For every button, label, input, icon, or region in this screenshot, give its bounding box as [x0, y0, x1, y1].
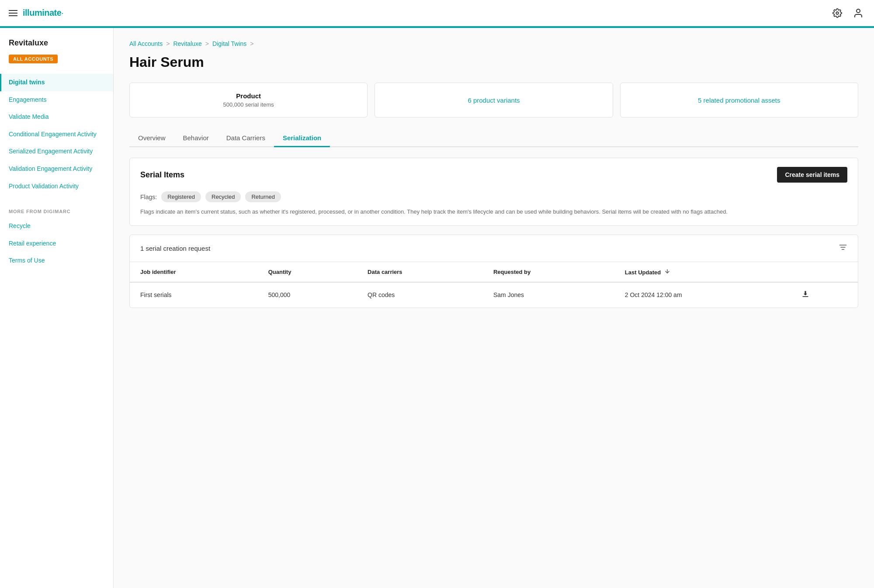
breadcrumb-revitaluxe[interactable]: Revitaluxe	[173, 40, 201, 47]
card-product-title: Product	[236, 92, 261, 100]
sidebar-item-product-validation[interactable]: Product Validation Activity	[0, 178, 113, 195]
serial-table: Job identifier Quantity Data carriers Re…	[130, 262, 858, 308]
flag-registered: Registered	[161, 191, 201, 202]
flags-label: Flags:	[140, 194, 157, 201]
card-product[interactable]: Product 500,000 serial items	[129, 83, 368, 118]
serial-items-header: Serial Items Create serial items	[130, 158, 858, 191]
sidebar-item-recycle[interactable]: Recycle	[0, 218, 113, 235]
tab-serialization[interactable]: Serialization	[274, 130, 330, 147]
sort-icon	[664, 268, 670, 276]
sidebar-item-validate-media[interactable]: Validate Media	[0, 108, 113, 126]
topnav: illuminate·	[0, 0, 874, 26]
breadcrumb-all-accounts[interactable]: All Accounts	[129, 40, 163, 47]
svg-rect-6	[803, 296, 808, 297]
col-requested-by: Requested by	[483, 262, 614, 282]
sidebar-item-serialized-engagement[interactable]: Serialized Engagement Activity	[0, 143, 113, 160]
table-header-title: 1 serial creation request	[140, 245, 210, 252]
flags-area: Flags: Registered Recycled Returned Flag…	[130, 191, 858, 225]
breadcrumb-sep-2: >	[205, 40, 209, 47]
cards-row: Product 500,000 serial items 6 product v…	[129, 83, 858, 118]
card-promo-link: 5 related promotional assets	[698, 97, 780, 104]
tab-behavior[interactable]: Behavior	[174, 130, 218, 147]
cell-last-updated: 2 Oct 2024 12:00 am	[614, 282, 791, 308]
card-promo[interactable]: 5 related promotional assets	[620, 83, 858, 118]
hamburger-menu[interactable]	[9, 10, 17, 16]
flags-row: Flags: Registered Recycled Returned	[140, 191, 847, 202]
breadcrumb-sep-1: >	[166, 40, 170, 47]
sidebar: Revitaluxe ALL ACCOUNTS Digital twins En…	[0, 28, 114, 588]
cell-quantity: 500,000	[258, 282, 357, 308]
col-data-carriers: Data carriers	[357, 262, 483, 282]
cell-data-carriers: QR codes	[357, 282, 483, 308]
table-header-row: 1 serial creation request	[130, 235, 858, 262]
flag-returned: Returned	[245, 191, 281, 202]
tabs: Overview Behavior Data Carriers Serializ…	[129, 130, 858, 147]
download-button[interactable]	[801, 290, 810, 301]
main-content: All Accounts > Revitaluxe > Digital Twin…	[114, 28, 874, 588]
table-row: First serials 500,000 QR codes Sam Jones…	[130, 282, 858, 308]
svg-point-1	[857, 9, 860, 13]
logo: illuminate·	[23, 8, 63, 18]
profile-icon[interactable]	[851, 6, 865, 20]
col-last-updated[interactable]: Last Updated	[614, 262, 791, 282]
cell-job-identifier: First serials	[130, 282, 258, 308]
cell-requested-by: Sam Jones	[483, 282, 614, 308]
create-serial-items-button[interactable]: Create serial items	[777, 167, 847, 183]
sidebar-nav: Digital twins Engagements Validate Media…	[0, 74, 113, 270]
sidebar-item-validation-engagement[interactable]: Validation Engagement Activity	[0, 160, 113, 178]
layout: Revitaluxe ALL ACCOUNTS Digital twins En…	[0, 28, 874, 588]
sidebar-item-conditional-engagement[interactable]: Conditional Engagement Activity	[0, 126, 113, 143]
breadcrumb-digital-twins[interactable]: Digital Twins	[212, 40, 246, 47]
breadcrumb-sep-3: >	[250, 40, 253, 47]
flag-recycled: Recycled	[205, 191, 241, 202]
topnav-right	[830, 6, 865, 20]
col-quantity: Quantity	[258, 262, 357, 282]
col-job-identifier: Job identifier	[130, 262, 258, 282]
more-from-label: MORE FROM DIGIMARC	[0, 209, 113, 218]
sidebar-item-terms-of-use[interactable]: Terms of Use	[0, 252, 113, 270]
topnav-left: illuminate·	[9, 8, 63, 18]
card-product-sub: 500,000 serial items	[223, 101, 274, 108]
filter-icon[interactable]	[839, 243, 847, 254]
tab-data-carriers[interactable]: Data Carriers	[218, 130, 274, 147]
cell-download	[791, 282, 858, 308]
settings-icon[interactable]	[830, 6, 844, 20]
sidebar-item-digital-twins[interactable]: Digital twins	[0, 74, 113, 91]
card-variants[interactable]: 6 product variants	[375, 83, 613, 118]
col-actions	[791, 262, 858, 282]
serial-items-section: Serial Items Create serial items Flags: …	[129, 158, 858, 226]
tab-overview[interactable]: Overview	[129, 130, 174, 147]
svg-point-0	[836, 12, 839, 14]
all-accounts-badge[interactable]: ALL ACCOUNTS	[9, 55, 58, 63]
serial-items-title: Serial Items	[140, 170, 184, 180]
sidebar-item-engagements[interactable]: Engagements	[0, 91, 113, 109]
sidebar-brand: Revitaluxe	[0, 38, 113, 55]
breadcrumb: All Accounts > Revitaluxe > Digital Twin…	[129, 40, 858, 47]
table-section: 1 serial creation request Job identifier…	[129, 235, 858, 308]
sidebar-item-retail-experience[interactable]: Retail experience	[0, 235, 113, 252]
card-variants-link: 6 product variants	[468, 97, 520, 104]
flags-description: Flags indicate an item's current status,…	[140, 208, 847, 217]
page-title: Hair Serum	[129, 54, 858, 70]
